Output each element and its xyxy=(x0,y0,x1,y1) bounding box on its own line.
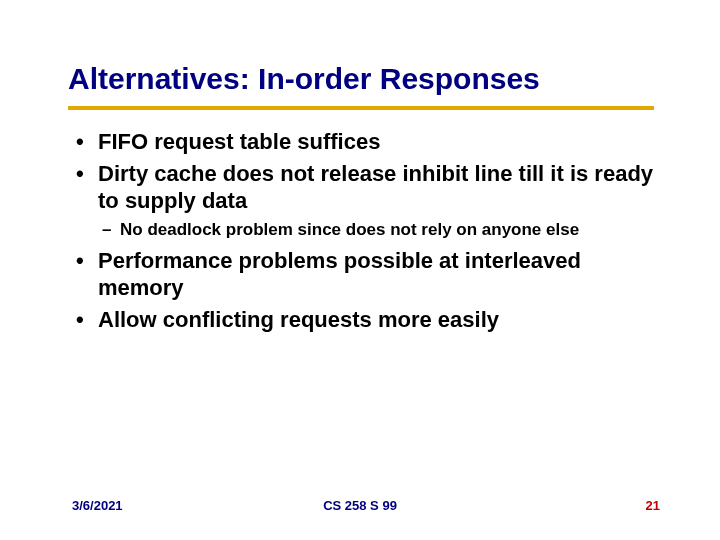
bullet-dash-icon: – xyxy=(102,219,111,241)
bullet-item: • FIFO request table suffices xyxy=(72,128,660,156)
footer-course: CS 258 S 99 xyxy=(0,498,720,513)
sub-bullet-item: – No deadlock problem since does not rel… xyxy=(72,219,660,241)
bullet-item: • Allow conflicting requests more easily xyxy=(72,306,660,334)
bullet-item: • Performance problems possible at inter… xyxy=(72,247,660,302)
slide-content: • FIFO request table suffices • Dirty ca… xyxy=(72,128,660,337)
bullet-text: Performance problems possible at interle… xyxy=(98,248,581,301)
bullet-dot-icon: • xyxy=(76,247,84,275)
bullet-dot-icon: • xyxy=(76,306,84,334)
sub-bullet-text: No deadlock problem since does not rely … xyxy=(120,220,579,239)
footer-page-number: 21 xyxy=(646,498,660,513)
bullet-text: Dirty cache does not release inhibit lin… xyxy=(98,161,653,214)
bullet-text: Allow conflicting requests more easily xyxy=(98,307,499,332)
bullet-dot-icon: • xyxy=(76,128,84,156)
bullet-dot-icon: • xyxy=(76,160,84,188)
title-underline xyxy=(68,106,654,110)
slide-title: Alternatives: In-order Responses xyxy=(68,62,660,96)
slide: Alternatives: In-order Responses • FIFO … xyxy=(0,0,720,540)
bullet-item: • Dirty cache does not release inhibit l… xyxy=(72,160,660,215)
bullet-text: FIFO request table suffices xyxy=(98,129,380,154)
